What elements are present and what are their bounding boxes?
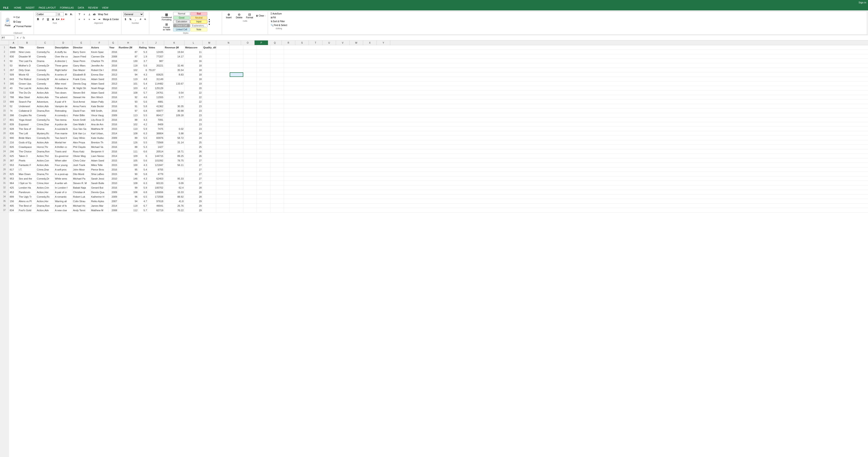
cell-I18[interactable]: 4.2	[138, 122, 148, 127]
cell-A34[interactable]: 899	[9, 194, 18, 199]
cell-H33[interactable]: 108	[118, 190, 138, 194]
cell-J35[interactable]: 97618	[148, 199, 164, 204]
cell-H24[interactable]: 111	[118, 149, 138, 154]
cell-G16[interactable]: 2009	[108, 113, 118, 118]
cell-S29[interactable]	[271, 172, 284, 176]
cell-K11[interactable]: 0.54	[164, 90, 185, 95]
cell-O22[interactable]	[216, 140, 230, 145]
cell-F3[interactable]: Carmen Ele	[90, 54, 108, 59]
cell-L25[interactable]: 26	[185, 154, 203, 158]
cell-M22[interactable]	[203, 140, 216, 145]
cell-F11[interactable]: Adam Sand	[90, 90, 108, 95]
header-cell-O[interactable]	[216, 45, 230, 50]
cell-I11[interactable]: 5.7	[138, 90, 148, 95]
cell-O25[interactable]	[216, 154, 230, 158]
cell-I32[interactable]: 5.9	[138, 185, 148, 190]
cell-C18[interactable]: Crime,Drar	[36, 122, 54, 127]
cell-M18[interactable]	[203, 122, 216, 127]
cell-P4[interactable]	[230, 59, 243, 63]
cell-E19[interactable]: Gus Van Sa	[72, 127, 90, 131]
cell-I20[interactable]: 6.3	[138, 131, 148, 136]
cell-H34[interactable]: 96	[118, 194, 138, 199]
cell-C24[interactable]: Drama,Ron	[36, 149, 54, 154]
cell-Q11[interactable]	[243, 90, 257, 95]
cell-D22[interactable]: Mortal her	[54, 140, 72, 145]
cell-G22[interactable]: 2016	[108, 140, 118, 145]
cell-F26[interactable]: Adam Sand	[90, 158, 108, 163]
cell-H19[interactable]: 110	[118, 127, 138, 131]
cell-I19[interactable]: 5.9	[138, 127, 148, 131]
cell-P29[interactable]	[230, 172, 243, 176]
cell-M15[interactable]	[203, 109, 216, 113]
cell-S20[interactable]	[271, 131, 284, 136]
cell-R29[interactable]	[257, 172, 271, 176]
cell-H32[interactable]: 99	[118, 185, 138, 190]
cell-F18[interactable]: Ana de Arn	[90, 122, 108, 127]
cell-F2[interactable]: Kevin Spac	[90, 50, 108, 54]
cell-G10[interactable]: 2010	[108, 86, 118, 90]
cell-P10[interactable]	[230, 86, 243, 90]
cell-M30[interactable]	[203, 176, 216, 181]
cell-L18[interactable]: 23	[185, 122, 203, 127]
cell-L2[interactable]: 11	[185, 50, 203, 54]
cell-F15[interactable]: Will Smith,	[90, 109, 108, 113]
cell-H35[interactable]: 94	[118, 199, 138, 204]
cell-M16[interactable]	[203, 113, 216, 118]
cell-E2[interactable]: Barry Sonn	[72, 50, 90, 54]
cell-S8[interactable]	[271, 77, 284, 82]
cell-E33[interactable]: Christian A	[72, 190, 90, 194]
cell-M34[interactable]	[203, 194, 216, 199]
cell-P13[interactable]	[230, 99, 243, 104]
cell-M36[interactable]	[203, 204, 216, 208]
cell-P22[interactable]	[230, 140, 243, 145]
cell-J16[interactable]: 86417	[148, 113, 164, 118]
cell-B4[interactable]: The Last Fa	[18, 59, 36, 63]
cell-C35[interactable]: Action,Hor	[36, 199, 54, 204]
cell-I17[interactable]: 4.3	[138, 118, 148, 122]
cell-R7[interactable]	[257, 72, 271, 77]
cell-A30[interactable]: 953	[9, 176, 18, 181]
cell-S19[interactable]	[271, 127, 284, 131]
cell-H21[interactable]: 89	[118, 136, 138, 140]
cell-O9[interactable]	[216, 82, 230, 86]
cell-A19[interactable]: 928	[9, 127, 18, 131]
cell-A28[interactable]: 817	[9, 167, 18, 172]
col-header-Y[interactable]: Y	[377, 40, 390, 45]
cell-F21[interactable]: Kate Hudsc	[90, 136, 108, 140]
cell-O11[interactable]	[216, 90, 230, 95]
decimal-increase-button[interactable]: .0	[138, 17, 143, 22]
cell-J9[interactable]: 114482	[148, 82, 164, 86]
cell-S3[interactable]	[271, 54, 284, 59]
name-box[interactable]	[1, 35, 14, 40]
cell-A29[interactable]: 825	[9, 172, 18, 176]
style-bad[interactable]: Bad	[190, 12, 207, 16]
cell-A31[interactable]: 964	[9, 181, 18, 185]
cell-E10[interactable]: M. Night Sh	[72, 86, 90, 90]
border-button[interactable]: ⊞	[51, 17, 55, 22]
cell-K34[interactable]: 88.92	[164, 194, 185, 199]
cell-K20[interactable]: 5.98	[164, 131, 185, 136]
cancel-formula-button[interactable]: ✕	[17, 36, 19, 39]
cell-Q32[interactable]	[243, 185, 257, 190]
number-format-select[interactable]: General Number Currency Percentage Date	[123, 12, 144, 17]
data-menu[interactable]: DATA	[76, 6, 86, 9]
cell-H15[interactable]: 97	[118, 109, 138, 113]
cell-O20[interactable]	[216, 131, 230, 136]
cell-Q26[interactable]	[243, 158, 257, 163]
cell-R14[interactable]	[257, 104, 271, 109]
cell-G3[interactable]: 2008	[108, 54, 118, 59]
cell-R36[interactable]	[257, 204, 271, 208]
cell-R21[interactable]	[257, 136, 271, 140]
cell-A7[interactable]: 509	[9, 72, 18, 77]
cell-C6[interactable]: Comedy	[36, 68, 54, 72]
cell-F10[interactable]: Noah Ringe	[90, 86, 108, 90]
cell-P21[interactable]	[230, 136, 243, 140]
cell-E16[interactable]: Peter Billin	[72, 113, 90, 118]
fill-button[interactable]: ⊞ Fill	[270, 16, 277, 19]
cell-O19[interactable]	[216, 127, 230, 131]
cell-A13[interactable]: 999	[9, 99, 18, 104]
cell-E24[interactable]: Ross Katz	[72, 149, 90, 154]
cell-H14[interactable]: 91	[118, 104, 138, 109]
cell-E34[interactable]: Robert Luk	[72, 194, 90, 199]
italic-button[interactable]: I	[41, 17, 45, 22]
